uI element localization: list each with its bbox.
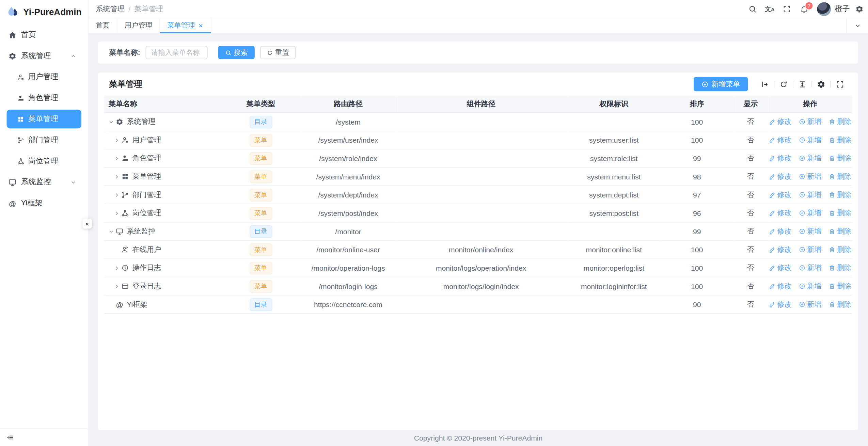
column-settings-icon[interactable]: [817, 80, 825, 88]
tab-home[interactable]: 首页: [89, 18, 117, 33]
add-button-label: 新增: [807, 172, 821, 181]
actions-cell: 修改新增删除: [768, 222, 852, 241]
app-logo[interactable]: Yi-PureAdmin: [0, 0, 88, 21]
fullscreen-icon[interactable]: [836, 80, 844, 88]
row-expand-icon[interactable]: [112, 283, 121, 289]
expand-all-icon[interactable]: [761, 80, 769, 88]
edit-button[interactable]: 修改: [769, 226, 792, 236]
avatar[interactable]: [817, 2, 831, 16]
row-expand-icon[interactable]: [112, 155, 121, 161]
edit-button[interactable]: 修改: [769, 153, 792, 163]
actions-cell: 修改新增删除: [768, 277, 852, 296]
add-circle-icon: [799, 283, 806, 290]
edit-button[interactable]: 修改: [769, 208, 792, 218]
collapse-menu-icon[interactable]: [6, 433, 14, 442]
row-expand-icon[interactable]: [112, 192, 121, 198]
edit-button[interactable]: 修改: [769, 135, 792, 145]
menu-name-cell: 操作日志: [104, 259, 220, 277]
sidebar-item-yi[interactable]: @Yi框架: [7, 194, 81, 212]
table-body: 系统管理目录/system100否修改新增删除用户管理菜单/system/use…: [104, 113, 852, 314]
refresh-icon[interactable]: [779, 80, 788, 88]
language-button[interactable]: 文A: [761, 0, 778, 18]
delete-button[interactable]: 删除: [829, 263, 852, 273]
sidebar-item-post[interactable]: 岗位管理: [7, 152, 81, 170]
delete-button[interactable]: 删除: [829, 135, 852, 145]
menu-name-cell: 登录日志: [104, 277, 220, 296]
add-circle-icon: [799, 191, 806, 198]
menu-type-tag: 目录: [249, 115, 272, 128]
tabs-menu-button[interactable]: [847, 18, 868, 33]
dept-branch-icon: [17, 137, 24, 144]
edit-button[interactable]: 修改: [769, 281, 792, 291]
add-menu-button[interactable]: 新增菜单: [694, 77, 748, 91]
add-button[interactable]: 新增: [799, 281, 822, 291]
delete-button[interactable]: 删除: [829, 117, 852, 127]
username[interactable]: 橙子: [835, 4, 850, 14]
sidebar-item-home[interactable]: 首页: [7, 26, 81, 44]
edit-button[interactable]: 修改: [769, 172, 792, 181]
fullscreen-button[interactable]: [778, 0, 795, 18]
row-expand-icon[interactable]: [112, 137, 121, 143]
search-button[interactable]: [744, 0, 761, 18]
delete-button[interactable]: 删除: [829, 153, 852, 163]
delete-button[interactable]: 删除: [829, 281, 852, 291]
edit-button[interactable]: 修改: [769, 190, 792, 200]
top-navbar: 系统管理 / 菜单管理 文A: [89, 0, 868, 18]
delete-button[interactable]: 删除: [829, 208, 852, 218]
add-button[interactable]: 新增: [799, 208, 822, 218]
add-button[interactable]: 新增: [799, 135, 822, 145]
row-expand-icon[interactable]: [112, 174, 121, 180]
delete-button[interactable]: 删除: [829, 172, 852, 181]
actions-cell: 修改新增删除: [768, 131, 852, 149]
tab-close-icon[interactable]: [198, 22, 204, 29]
edit-button[interactable]: 修改: [769, 245, 792, 255]
delete-button[interactable]: 删除: [829, 226, 852, 236]
edit-button[interactable]: 修改: [769, 299, 792, 309]
delete-button[interactable]: 删除: [829, 299, 852, 309]
component-path-cell: [395, 168, 567, 186]
sidebar-collapse-button[interactable]: «: [82, 219, 92, 228]
tab-menu[interactable]: 菜单管理: [160, 18, 211, 33]
sidebar-item-menu[interactable]: 菜单管理: [7, 110, 81, 128]
sidebar-item-monitor[interactable]: 系统监控: [7, 173, 81, 191]
tab-user[interactable]: 用户管理: [117, 18, 160, 33]
settings-button[interactable]: [851, 0, 868, 18]
breadcrumb-item-system[interactable]: 系统管理: [96, 4, 125, 14]
actions-cell: 修改新增删除: [768, 240, 852, 259]
add-button[interactable]: 新增: [799, 226, 822, 236]
add-button[interactable]: 新增: [799, 299, 822, 309]
add-button[interactable]: 新增: [799, 172, 822, 181]
density-icon[interactable]: [798, 80, 806, 88]
menu-type-cell: 目录: [220, 113, 301, 131]
row-expand-icon[interactable]: [107, 228, 116, 235]
add-button[interactable]: 新增: [799, 153, 822, 163]
edit-button[interactable]: 修改: [769, 117, 792, 127]
sidebar-item-dept[interactable]: 部门管理: [7, 131, 81, 149]
add-button[interactable]: 新增: [799, 117, 822, 127]
add-button[interactable]: 新增: [799, 263, 822, 273]
delete-button[interactable]: 删除: [829, 245, 852, 255]
gear-icon: [116, 118, 124, 126]
row-expand-icon[interactable]: [107, 119, 116, 125]
sidebar-item-role[interactable]: 角色管理: [7, 89, 81, 107]
delete-button-label: 删除: [837, 299, 851, 309]
row-expand-icon[interactable]: [112, 210, 121, 216]
reset-button[interactable]: 重置: [261, 46, 296, 59]
edit-button-label: 修改: [777, 190, 791, 200]
menu-name-input[interactable]: [146, 46, 208, 59]
menu-type-cell: 菜单: [220, 186, 301, 204]
search-submit-button[interactable]: 搜索: [218, 46, 255, 59]
table-row: 菜单管理菜单/system/menu/indexsystem:menu:list…: [104, 168, 852, 186]
sidebar-item-system[interactable]: 系统管理: [7, 47, 81, 65]
edit-button[interactable]: 修改: [769, 263, 792, 273]
notifications-button[interactable]: 7: [795, 0, 812, 18]
add-button[interactable]: 新增: [799, 190, 822, 200]
delete-button[interactable]: 删除: [829, 190, 852, 200]
row-expand-icon[interactable]: [112, 265, 121, 271]
menu-type-tag: 菜单: [249, 189, 272, 201]
add-button[interactable]: 新增: [799, 245, 822, 255]
route-path-cell: /monitor: [301, 222, 395, 241]
menu-name: 登录日志: [132, 281, 161, 291]
actions-cell: 修改新增删除: [768, 204, 852, 222]
sidebar-item-user[interactable]: 用户管理: [7, 67, 81, 86]
